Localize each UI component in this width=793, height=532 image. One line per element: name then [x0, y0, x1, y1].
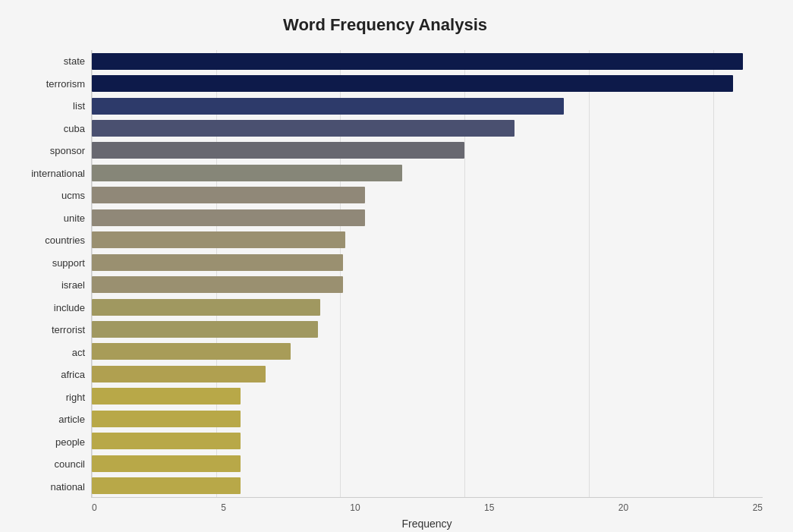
bar: [92, 209, 365, 226]
bar-row: [92, 163, 763, 183]
bar: [92, 477, 241, 494]
bars-area: [91, 50, 763, 498]
bar-row: [92, 476, 763, 496]
bar: [92, 388, 241, 405]
bar-row: [92, 431, 763, 451]
x-tick-label: 5: [221, 502, 226, 513]
chart-title: Word Frequency Analysis: [8, 15, 763, 35]
y-axis-label: people: [8, 432, 85, 452]
x-tick-label: 25: [753, 502, 763, 513]
bar: [92, 455, 241, 472]
y-axis-label: countries: [8, 231, 85, 250]
chart-container: Word Frequency Analysis stateterrorismli…: [0, 0, 793, 532]
x-axis-labels: 0510152025: [91, 502, 763, 513]
y-axis-label: cuba: [8, 118, 85, 138]
x-axis-title: Frequency: [91, 518, 763, 530]
y-axis-label: africa: [8, 365, 85, 385]
bar: [92, 75, 733, 92]
y-axis-label: unite: [8, 208, 85, 228]
bar-row: [92, 74, 763, 93]
bar-row: [92, 342, 763, 361]
y-axis-label: include: [8, 297, 85, 317]
bar-row: [92, 230, 763, 250]
chart-area: stateterrorismlistcubasponsorinternation…: [8, 50, 763, 498]
y-axis-label: council: [8, 455, 85, 474]
y-axis-label: terrorist: [8, 320, 85, 340]
y-axis-label: article: [8, 410, 85, 430]
grid-line: [464, 50, 465, 497]
bar: [92, 254, 343, 271]
bar: [92, 321, 318, 338]
grid-line: [340, 50, 341, 497]
grid-line: [92, 50, 93, 497]
y-axis-label: act: [8, 342, 85, 362]
bar: [92, 276, 343, 293]
bar-row: [92, 52, 763, 71]
x-tick-label: 15: [484, 502, 494, 513]
bar-row: [92, 409, 763, 429]
bar-row: [92, 364, 763, 384]
y-axis-label: state: [8, 52, 85, 71]
x-tick-label: 20: [618, 502, 628, 513]
bar-row: [92, 118, 763, 138]
bar-row: [92, 185, 763, 205]
bar-row: [92, 386, 763, 406]
y-axis-label: list: [8, 96, 85, 116]
bar: [92, 299, 320, 316]
bar-row: [92, 253, 763, 272]
bar: [92, 142, 464, 159]
bar: [92, 187, 365, 203]
bar-row: [92, 140, 763, 160]
bar: [92, 343, 291, 360]
bar: [92, 433, 241, 449]
y-axis-label: ucms: [8, 186, 85, 206]
bar-row: [92, 208, 763, 228]
bar-row: [92, 275, 763, 294]
bar: [92, 165, 402, 181]
y-axis-label: terrorism: [8, 74, 85, 93]
x-tick-label: 0: [92, 502, 97, 513]
bar-row: [92, 96, 763, 116]
x-tick-label: 10: [350, 502, 360, 513]
bar: [92, 231, 345, 248]
y-axis-label: right: [8, 387, 85, 407]
bar: [92, 366, 266, 382]
grid-line: [589, 50, 590, 497]
bar: [92, 120, 515, 137]
bar: [92, 53, 743, 70]
bar: [92, 98, 564, 115]
bar-row: [92, 320, 763, 339]
y-axis-label: israel: [8, 275, 85, 295]
bar: [92, 411, 241, 427]
bar-row: [92, 454, 763, 474]
y-labels: stateterrorismlistcubasponsorinternation…: [8, 50, 91, 498]
y-axis-label: national: [8, 477, 85, 496]
y-axis-label: international: [8, 163, 85, 183]
x-axis: 0510152025: [91, 498, 763, 513]
grid-line: [713, 50, 714, 497]
grid-line: [216, 50, 217, 497]
y-axis-label: support: [8, 253, 85, 272]
bar-row: [92, 297, 763, 317]
y-axis-label: sponsor: [8, 141, 85, 161]
